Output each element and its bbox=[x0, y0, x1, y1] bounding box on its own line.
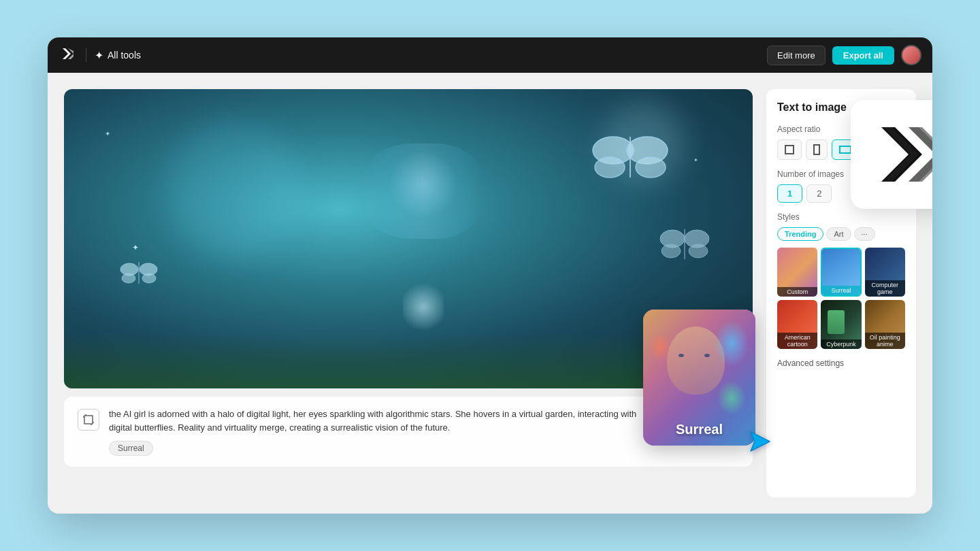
ratio-portrait-button[interactable] bbox=[806, 139, 828, 160]
style-surreal-label: Surreal bbox=[822, 286, 860, 295]
style-cyberpunk-label: Cyberpunk bbox=[821, 339, 861, 349]
style-american-label: American cartoon bbox=[777, 333, 817, 349]
sparkle-3: ✦ bbox=[132, 243, 139, 252]
edit-more-button[interactable]: Edit more bbox=[767, 46, 826, 65]
main-content: ✦ ✦ ✦ the AI girl is ador bbox=[48, 73, 932, 514]
style-computergame-label: Computer game bbox=[865, 280, 905, 297]
app-window: ✦ All tools Edit more Export all bbox=[48, 37, 932, 514]
style-american[interactable]: American cartoon bbox=[777, 300, 817, 349]
svg-rect-16 bbox=[84, 416, 93, 424]
style-computergame[interactable]: Computer game bbox=[865, 248, 905, 297]
svg-point-9 bbox=[689, 244, 708, 258]
styles-grid: Custom Surreal Computer game Ame bbox=[777, 248, 905, 349]
scene-glow-center bbox=[166, 123, 302, 259]
tab-trending[interactable]: Trending bbox=[777, 227, 823, 241]
style-custom-label: Custom bbox=[777, 287, 817, 297]
svg-point-14 bbox=[142, 273, 156, 283]
butterfly-medium-icon bbox=[657, 225, 712, 263]
all-tools-label: All tools bbox=[108, 50, 141, 61]
svg-point-3 bbox=[595, 157, 625, 178]
prompt-icon-box bbox=[78, 409, 99, 431]
crop-icon bbox=[82, 414, 95, 426]
user-avatar[interactable] bbox=[901, 45, 921, 65]
cursor-arrow-icon bbox=[748, 429, 772, 459]
svg-point-8 bbox=[662, 244, 681, 258]
sparkle-1: ✦ bbox=[105, 130, 110, 137]
svg-point-13 bbox=[122, 273, 135, 283]
topbar: ✦ All tools Edit more Export all bbox=[48, 37, 932, 73]
num-2-button[interactable]: 2 bbox=[806, 184, 832, 203]
butterfly-small-icon bbox=[118, 259, 159, 286]
style-cyberpunk[interactable]: Cyberpunk bbox=[821, 300, 861, 349]
surreal-style-popup: Surreal bbox=[643, 310, 755, 446]
style-surreal[interactable]: Surreal bbox=[821, 248, 861, 297]
tab-art[interactable]: Art bbox=[826, 227, 851, 241]
export-all-button[interactable]: Export all bbox=[832, 46, 894, 65]
sparkle-2: ✦ bbox=[693, 157, 698, 163]
topbar-divider bbox=[86, 48, 86, 62]
capcut-logo[interactable] bbox=[59, 44, 78, 66]
topbar-right: Edit more Export all bbox=[767, 45, 921, 65]
advanced-settings[interactable]: Advanced settings bbox=[777, 358, 905, 368]
ratio-square-icon bbox=[785, 145, 794, 154]
tools-icon: ✦ bbox=[95, 49, 103, 62]
num-1-button[interactable]: 1 bbox=[777, 184, 802, 203]
svg-point-4 bbox=[636, 157, 666, 178]
prompt-text-area: the AI girl is adorned with a halo of di… bbox=[109, 407, 641, 456]
style-custom[interactable]: Custom bbox=[777, 248, 817, 297]
tab-more[interactable]: ··· bbox=[854, 227, 875, 241]
style-oilpainting-label: Oil painting anime bbox=[865, 333, 905, 349]
style-tabs: Trending Art ··· bbox=[777, 227, 905, 241]
all-tools-button[interactable]: ✦ All tools bbox=[95, 49, 141, 62]
capcut-x-logo-icon bbox=[871, 120, 932, 188]
ratio-portrait-icon bbox=[813, 144, 820, 155]
butterfly-large-icon bbox=[589, 130, 671, 184]
styles-label: Styles bbox=[777, 212, 905, 222]
svg-marker-21 bbox=[751, 432, 770, 451]
capcut-logo-popup bbox=[851, 100, 932, 209]
surreal-popup-bg: Surreal bbox=[643, 310, 755, 446]
advanced-settings-label: Advanced settings bbox=[777, 358, 844, 368]
ratio-square-button[interactable] bbox=[777, 139, 802, 160]
surreal-popup-label: Surreal bbox=[643, 422, 755, 437]
style-oilpainting[interactable]: Oil painting anime bbox=[865, 300, 905, 349]
prompt-tag[interactable]: Surreal bbox=[109, 441, 153, 456]
ratio-landscape-icon bbox=[839, 146, 851, 154]
prompt-text: the AI girl is adorned with a halo of di… bbox=[109, 407, 641, 434]
